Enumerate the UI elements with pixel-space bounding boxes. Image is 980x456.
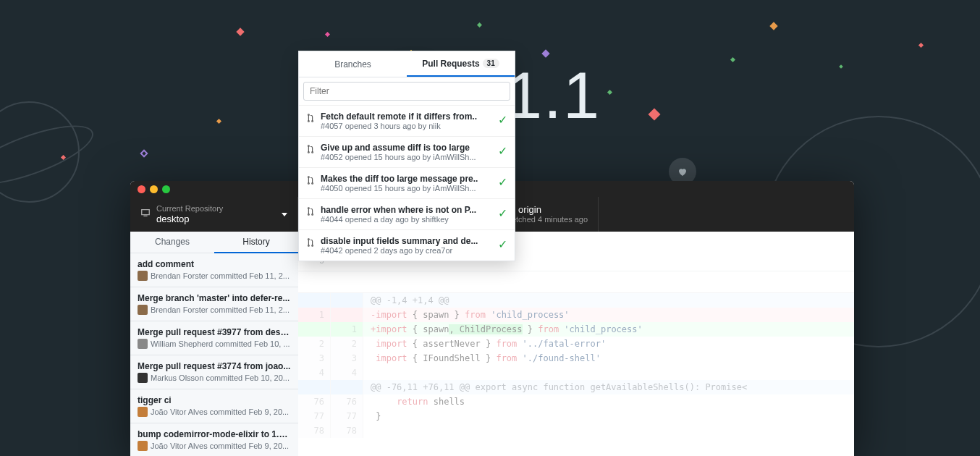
history-item[interactable]: Merge branch 'master' into defer-re... B…: [130, 287, 298, 321]
check-icon: ✓: [498, 206, 507, 220]
decoration-diamond: [607, 90, 612, 95]
decoration-diamond: [541, 49, 549, 57]
main-content: etter-error-handling-ENOENT anged files …: [298, 232, 854, 456]
decoration-diamond: [140, 149, 148, 157]
decoration-diamond: [236, 28, 244, 35]
tab-branches[interactable]: Branches: [299, 51, 407, 77]
git-pull-request-icon: [306, 144, 315, 157]
repo-selector[interactable]: Current Repository desktop: [130, 197, 298, 232]
history-item[interactable]: Merge pull request #3774 from joao... Ma…: [130, 355, 298, 389]
dim-overlay: [298, 232, 854, 456]
pr-item[interactable]: Makes the diff too large message pre..#4…: [299, 167, 515, 198]
tab-changes[interactable]: Changes: [130, 232, 214, 253]
avatar: [138, 305, 148, 315]
git-pull-request-icon: [306, 206, 315, 219]
avatar: [138, 339, 148, 349]
pr-item[interactable]: Fetch default remote if it differs from.…: [299, 105, 515, 136]
check-icon: ✓: [498, 237, 507, 251]
pr-list: Fetch default remote if it differs from.…: [299, 105, 515, 261]
git-pull-request-icon: [306, 237, 315, 250]
pr-item[interactable]: handle error when where is not on P...#4…: [299, 198, 515, 229]
git-pull-request-icon: [306, 113, 315, 126]
repo-label: Current Repository: [156, 204, 223, 214]
tab-pull-requests[interactable]: Pull Requests 31: [407, 51, 515, 77]
avatar: [138, 441, 148, 451]
decoration-diamond: [325, 32, 330, 37]
avatar: [138, 373, 148, 383]
maximize-icon[interactable]: [162, 185, 170, 193]
history-item[interactable]: bump codemirror-mode-elixir to 1.1.1 Joã…: [130, 423, 298, 456]
decoration-diamond: [918, 43, 924, 48]
sidebar: Changes History add comment Brendan Fors…: [130, 232, 298, 456]
decoration-diamond: [769, 22, 777, 30]
check-icon: ✓: [498, 113, 507, 127]
decoration-diamond: [839, 64, 843, 69]
decoration-diamond: [216, 119, 221, 124]
minimize-icon[interactable]: [150, 185, 158, 193]
check-icon: ✓: [498, 144, 507, 158]
branch-popover: Branches Pull Requests 31 Fetch default …: [298, 51, 515, 261]
decoration-diamond: [730, 57, 735, 62]
pr-count-badge: 31: [483, 59, 499, 68]
history-item[interactable]: tigger ci João Vitor Alves committed Feb…: [130, 389, 298, 423]
check-icon: ✓: [498, 175, 507, 189]
repo-value: desktop: [156, 214, 223, 225]
chevron-down-icon: [282, 213, 287, 216]
git-pull-request-icon: [306, 175, 315, 188]
history-item[interactable]: add comment Brendan Forster committed Fe…: [130, 253, 298, 287]
decoration-diamond: [477, 22, 482, 28]
close-icon[interactable]: [138, 185, 145, 193]
pr-item[interactable]: Give up and assume diff is too large#405…: [299, 136, 515, 167]
monitor-icon: [140, 208, 151, 221]
history-item[interactable]: Merge pull request #3977 from desk... Wi…: [130, 321, 298, 355]
tab-history[interactable]: History: [214, 232, 298, 253]
pr-item[interactable]: disable input fields summary and de...#4…: [299, 229, 515, 261]
filter-input[interactable]: [303, 82, 510, 101]
decoration-planet: [0, 101, 80, 203]
decoration-diamond: [649, 109, 661, 121]
avatar: [138, 407, 148, 417]
avatar: [138, 271, 148, 281]
history-list: add comment Brendan Forster committed Fe…: [130, 253, 298, 456]
